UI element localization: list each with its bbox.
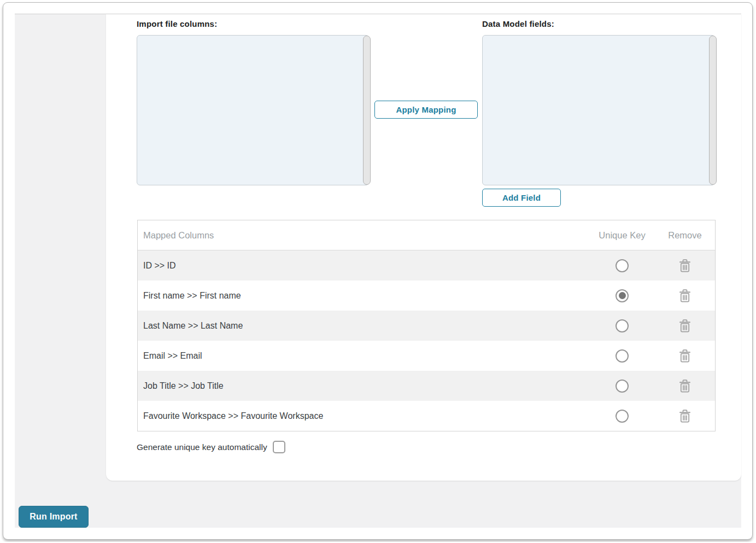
remove-row-button[interactable]	[679, 349, 691, 363]
trash-icon	[679, 259, 691, 273]
data-model-fields-label: Data Model fields:	[482, 19, 554, 28]
header-remove: Remove	[655, 230, 715, 241]
mapped-column-label: Favourite Workspace >> Favourite Workspa…	[138, 411, 589, 421]
trash-icon	[679, 319, 691, 333]
trash-icon	[679, 289, 691, 303]
unique-key-radio[interactable]	[616, 379, 629, 393]
trash-icon	[679, 349, 691, 363]
table-row: Favourite Workspace >> Favourite Workspa…	[138, 401, 715, 431]
table-row: First name >> First name	[138, 281, 715, 311]
trash-icon	[679, 379, 691, 393]
add-field-button[interactable]: Add Field	[482, 189, 561, 207]
trash-icon	[679, 409, 691, 423]
mapped-column-label: Last Name >> Last Name	[138, 321, 589, 331]
table-row: Job Title >> Job Title	[138, 371, 715, 401]
remove-row-button[interactable]	[679, 289, 691, 303]
unique-key-radio[interactable]	[616, 349, 629, 363]
apply-mapping-button[interactable]: Apply Mapping	[374, 101, 478, 119]
remove-row-button[interactable]	[679, 319, 691, 333]
remove-row-button[interactable]	[679, 379, 691, 393]
mapped-column-label: Job Title >> Job Title	[138, 381, 589, 391]
table-row: ID >> ID	[138, 250, 715, 281]
unique-key-radio[interactable]	[616, 319, 629, 332]
remove-row-button[interactable]	[679, 259, 691, 273]
mapped-column-label: Email >> Email	[138, 351, 589, 361]
mapped-columns-table: Mapped Columns Unique Key Remove ID >> I…	[137, 220, 716, 431]
unique-key-radio[interactable]	[616, 259, 629, 272]
import-file-columns-listbox[interactable]	[137, 35, 369, 185]
generate-key-checkbox[interactable]	[273, 441, 285, 453]
table-header-row: Mapped Columns Unique Key Remove	[138, 220, 715, 250]
mapping-card: Import file columns: Apply Mapping Data …	[106, 14, 741, 481]
mapped-column-label: ID >> ID	[138, 261, 589, 271]
generate-key-label: Generate unique key automatically	[137, 442, 267, 452]
data-model-scrollbar[interactable]	[709, 36, 717, 185]
generate-key-row: Generate unique key automatically	[137, 441, 285, 453]
table-row: Email >> Email	[138, 341, 715, 371]
table-body: ID >> ID First name >> First name	[138, 250, 715, 431]
remove-row-button[interactable]	[679, 409, 691, 423]
data-model-fields-listbox[interactable]	[482, 35, 715, 185]
import-mapping-workspace: Import file columns: Apply Mapping Data …	[15, 14, 741, 528]
mapped-column-label: First name >> First name	[138, 291, 589, 301]
import-columns-scrollbar[interactable]	[363, 36, 371, 185]
run-import-button[interactable]: Run Import	[19, 506, 89, 528]
unique-key-radio[interactable]	[616, 410, 629, 423]
header-mapped-columns: Mapped Columns	[138, 230, 589, 241]
unique-key-radio[interactable]	[616, 289, 629, 302]
import-wizard-window: Import file columns: Apply Mapping Data …	[3, 2, 753, 540]
table-row: Last Name >> Last Name	[138, 311, 715, 341]
header-unique-key: Unique Key	[589, 230, 655, 241]
import-file-columns-label: Import file columns:	[137, 19, 217, 28]
